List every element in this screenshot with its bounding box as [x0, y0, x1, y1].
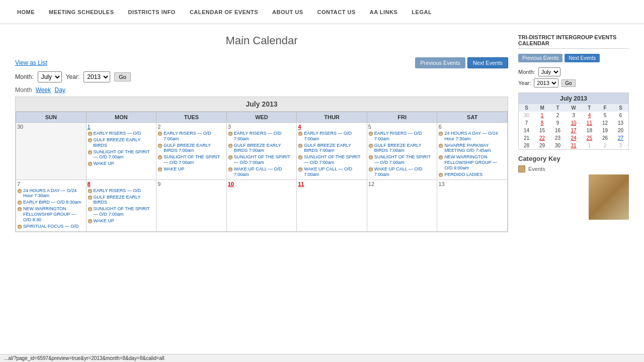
view-as-list-link[interactable]: View as List: [15, 59, 47, 66]
mini-cal-day[interactable]: 8: [534, 119, 550, 127]
year-select[interactable]: 2013: [84, 71, 110, 82]
mini-cal-day[interactable]: 20: [613, 127, 628, 134]
nav-item-legal[interactable]: LEGAL: [405, 9, 439, 15]
mini-cal-day[interactable]: 10: [566, 119, 582, 127]
mini-cal-day[interactable]: 13: [613, 119, 628, 127]
list-item: AGULF BREEZE EARLY BIRDS: [88, 195, 155, 206]
mini-cal-day[interactable]: 17: [566, 127, 582, 134]
mini-cal-day[interactable]: 28: [519, 142, 534, 149]
prev-events-button[interactable]: Previous Events: [415, 57, 465, 68]
event-icon: A: [88, 207, 93, 212]
sidebar-year-select[interactable]: 2013: [534, 78, 558, 87]
event-label: NEW WARRINGTON FELLOWSHIP GROUP — O/D 9:…: [444, 154, 506, 170]
nav-item-home[interactable]: HOME: [10, 9, 42, 15]
mini-cal-day[interactable]: 6: [613, 112, 628, 119]
nav-item-districts-info[interactable]: DISTRICTS INFO: [121, 9, 183, 15]
table-row[interactable]: 7A24 HOURS A DAY — O/24 Hour 7:30amAEARL…: [16, 179, 87, 231]
mini-cal-day[interactable]: 7: [519, 119, 534, 127]
day-link[interactable]: 10: [228, 181, 234, 187]
list-item: AWAKE UP: [88, 161, 155, 166]
table-row[interactable]: 3AEARLY RISERS — O/D 7:00amAGULF BREEZE …: [226, 123, 297, 180]
list-item: AEARLY BIRD — O/D 8:30am: [17, 200, 85, 205]
mini-cal-day[interactable]: 3: [566, 112, 582, 119]
nav-item-calendar-of-events[interactable]: CALENDAR OF EVENTS: [183, 9, 265, 15]
mini-cal-day[interactable]: 2: [597, 142, 613, 149]
svg-text:A: A: [229, 168, 231, 171]
mini-cal-day[interactable]: 27: [613, 134, 628, 142]
table-row[interactable]: 10: [226, 179, 297, 231]
mini-cal-day[interactable]: 1: [582, 142, 597, 149]
mini-cal-day[interactable]: 5: [597, 112, 613, 119]
event-icon: A: [88, 219, 93, 224]
mini-cal-day[interactable]: 23: [550, 134, 566, 142]
sidebar-next-button[interactable]: Next Events: [565, 54, 600, 62]
event-icon: A: [368, 131, 373, 136]
event-icon: A: [438, 155, 443, 160]
event-label: SPIRITUAL FOCUS — O/D: [23, 224, 78, 229]
mini-cal-day[interactable]: 16: [550, 127, 566, 134]
event-icon: A: [298, 155, 303, 160]
mini-cal-day[interactable]: 4: [582, 112, 597, 119]
mini-cal-day[interactable]: 1: [534, 112, 550, 119]
mini-cal-day[interactable]: 19: [597, 127, 613, 134]
svg-text:A: A: [370, 156, 372, 159]
mini-cal-day[interactable]: 21: [519, 134, 534, 142]
day-link[interactable]: 4: [298, 124, 301, 130]
mini-cal-day[interactable]: 22: [534, 134, 550, 142]
main-content: Main Calendar View as List Previous Even…: [15, 34, 508, 232]
mini-cal-day[interactable]: 14: [519, 127, 534, 134]
svg-text:A: A: [299, 156, 301, 159]
mini-cal-day[interactable]: 31: [566, 142, 582, 149]
mini-cal-day[interactable]: 30: [519, 112, 534, 119]
svg-text:A: A: [89, 196, 91, 199]
event-icon: A: [368, 155, 373, 160]
event-icon: A: [157, 167, 163, 172]
mini-cal-day[interactable]: 11: [582, 119, 597, 127]
sidebar-go-button[interactable]: Go: [561, 79, 575, 87]
mini-cal-day[interactable]: 26: [597, 134, 613, 142]
table-row[interactable]: 4AEARLY RISERS — O/D 7:00amAGULF BREEZE …: [297, 123, 367, 180]
day-link[interactable]: 1: [88, 124, 91, 130]
sidebar-month-select[interactable]: July: [538, 67, 560, 76]
table-row[interactable]: 5AEARLY RISERS — O/D 7:00amAGULF BREEZE …: [367, 123, 437, 180]
table-row[interactable]: 11: [297, 179, 367, 231]
mini-cal-day[interactable]: 29: [534, 142, 550, 149]
table-row[interactable]: 13: [437, 179, 508, 231]
table-row[interactable]: 6A24 HOURS A DAY — O/24 Hour 7:30amANAVA…: [437, 123, 508, 180]
nav-item-contact-us[interactable]: CONTACT US: [310, 9, 362, 15]
sidebar-prev-button[interactable]: Previous Events: [518, 54, 562, 62]
svg-text:A: A: [89, 139, 91, 142]
list-item: ASUNLIGHT OF THE SPIRIT — O/D 7:00am: [298, 154, 366, 165]
svg-text:A: A: [299, 133, 301, 136]
event-label: SUNLIGHT OF THE SPIRIT — O/D 7:00am: [234, 154, 296, 165]
nav-item-meeting-schedules[interactable]: MEETING SCHEDULES: [42, 9, 121, 15]
table-row[interactable]: 1AEARLY RISERS — O/DAGULF BREEZE EARLY B…: [86, 123, 156, 180]
table-row[interactable]: 8AEARLY RISERS — O/DAGULF BREEZE EARLY B…: [86, 179, 156, 231]
day-link[interactable]: 11: [298, 181, 304, 187]
mini-cal-day[interactable]: 25: [582, 134, 597, 142]
mini-cal-day[interactable]: 9: [550, 119, 566, 127]
table-row[interactable]: 9: [156, 179, 227, 231]
mini-cal-day[interactable]: 30: [550, 142, 566, 149]
mini-cal-day[interactable]: 24: [566, 134, 582, 142]
table-row[interactable]: 12: [367, 179, 437, 231]
calendar-wrapper: July 2013 SUNMONTUESWEDTHURFRISAT 301AEA…: [15, 97, 508, 232]
mini-cal-day[interactable]: 3: [613, 142, 628, 149]
day-link[interactable]: 8: [88, 181, 91, 187]
mini-cal-day[interactable]: 2: [550, 112, 566, 119]
mini-cal-day[interactable]: 15: [534, 127, 550, 134]
view-week-link[interactable]: Week: [36, 86, 51, 94]
nav-item-aa-links[interactable]: AA LINKS: [363, 9, 405, 15]
event-icon: A: [88, 161, 93, 166]
category-item: Events: [518, 165, 629, 172]
nav-item-about-us[interactable]: ABOUT US: [265, 9, 310, 15]
table-row[interactable]: 2AEARLY RISERS — O/D 7:00amAGULF BREEZE …: [156, 123, 227, 180]
go-button[interactable]: Go: [114, 72, 131, 81]
event-icon: A: [88, 150, 93, 155]
mini-cal-day[interactable]: 18: [582, 127, 597, 134]
next-events-button[interactable]: Next Events: [467, 57, 508, 68]
view-day-link[interactable]: Day: [55, 86, 65, 94]
table-row[interactable]: 30: [16, 123, 87, 180]
mini-cal-day[interactable]: 12: [597, 119, 613, 127]
month-select[interactable]: July: [38, 71, 62, 82]
